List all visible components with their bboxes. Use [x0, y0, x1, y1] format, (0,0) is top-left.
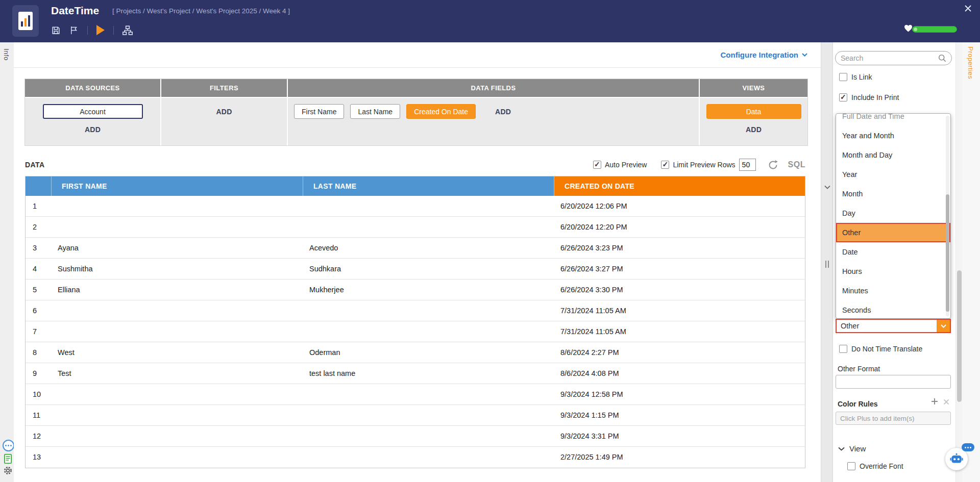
format-select[interactable]: Other	[836, 319, 951, 333]
add-field-button[interactable]: ADD	[495, 108, 511, 116]
view-data-button[interactable]: Data	[706, 104, 801, 119]
table-row[interactable]: 8WestOderman8/6/2024 2:27 PM	[26, 342, 805, 363]
first-name-header[interactable]: FIRST NAME	[52, 176, 303, 196]
cell-row-number: 10	[26, 384, 52, 404]
cell-first-name	[52, 447, 303, 468]
dropdown-item[interactable]: Hours	[836, 262, 950, 281]
cell-first-name	[52, 321, 303, 342]
settings-gear-icon[interactable]	[3, 466, 13, 475]
dropdown-item[interactable]: Date	[836, 242, 950, 262]
dropdown-item[interactable]: Minutes	[836, 281, 950, 300]
is-link-checkbox[interactable]	[839, 73, 847, 81]
created-on-date-header[interactable]: CREATED ON DATE	[554, 176, 805, 196]
cell-first-name: Test	[52, 363, 303, 384]
last-name-header[interactable]: LAST NAME	[303, 176, 554, 196]
cell-row-number: 6	[26, 300, 52, 321]
dropdown-item[interactable]: Seconds	[836, 300, 950, 319]
config-grid: DATA SOURCES FILTERS DATA FIELDS VIEWS A…	[25, 79, 807, 145]
add-data-source-button[interactable]: ADD	[85, 125, 101, 134]
cell-last-name	[303, 321, 554, 342]
dropdown-scrollbar-thumb[interactable]	[946, 194, 949, 312]
run-play-icon[interactable]	[96, 25, 105, 35]
search-input[interactable]	[841, 54, 938, 62]
dropdown-item[interactable]: Year	[836, 165, 950, 184]
flag-icon[interactable]	[69, 26, 79, 35]
table-row[interactable]: 16/20/2024 12:06 PM	[26, 196, 805, 217]
add-filter-button[interactable]: ADD	[216, 108, 232, 116]
override-font-label: Override Font	[860, 462, 903, 470]
cell-row-number: 5	[26, 280, 52, 300]
table-row[interactable]: 132/27/2025 1:49 PM	[26, 447, 805, 468]
refresh-icon[interactable]	[768, 160, 778, 170]
add-color-rule-icon[interactable]	[931, 398, 938, 405]
add-view-button[interactable]: ADD	[746, 125, 762, 134]
search-icon[interactable]	[938, 54, 946, 62]
views-cell: Data ADD	[700, 98, 807, 145]
dropdown-item[interactable]: Month	[836, 184, 950, 204]
field-chip-last-name[interactable]: Last Name	[350, 104, 400, 119]
table-header-row: FIRST NAME LAST NAME CREATED ON DATE	[26, 176, 805, 196]
table-row[interactable]: 9Testtest last name8/6/2024 4:08 PM	[26, 363, 805, 384]
section-chevron-icon[interactable]	[824, 185, 830, 189]
cell-last-name: test last name	[303, 363, 554, 384]
cell-first-name	[52, 384, 303, 404]
column-header-filters: FILTERS	[161, 79, 288, 98]
limit-preview-checkbox[interactable]	[661, 161, 669, 169]
cell-created-on-date: 6/26/2024 3:27 PM	[554, 259, 805, 279]
table-row[interactable]: 109/3/2024 12:58 PM	[26, 384, 805, 405]
limit-rows-input[interactable]	[739, 159, 756, 171]
cell-last-name	[303, 196, 554, 216]
remove-color-rule-icon[interactable]	[943, 399, 949, 405]
override-font-checkbox[interactable]	[847, 462, 855, 470]
toolbar-divider	[87, 26, 88, 35]
cell-created-on-date: 6/26/2024 3:23 PM	[554, 238, 805, 258]
cell-last-name: Oderman	[303, 342, 554, 363]
chat-bubble-icon[interactable]	[3, 440, 14, 451]
assistant-chat-bubble-icon[interactable]	[962, 443, 974, 451]
heart-icon[interactable]	[904, 24, 913, 32]
table-row[interactable]: 67/31/2024 11:05 AM	[26, 300, 805, 321]
save-icon[interactable]	[51, 26, 61, 35]
do-not-time-translate-checkbox[interactable]	[839, 345, 847, 353]
panel-scrollbar-track	[955, 42, 962, 482]
include-in-print-checkbox[interactable]	[839, 93, 847, 102]
close-icon[interactable]	[964, 5, 972, 12]
table-row[interactable]: 5EllianaMukherjee6/26/2024 3:30 PM	[26, 280, 805, 300]
panel-resize-handle[interactable]	[825, 261, 829, 268]
configure-integration-link[interactable]: Configure Integration	[721, 50, 808, 59]
tab-properties[interactable]: Properties	[967, 46, 974, 79]
auto-preview-checkbox[interactable]	[593, 161, 601, 169]
dropdown-item[interactable]: Day	[836, 204, 950, 223]
do-not-time-translate-row: Do Not Time Translate	[839, 345, 922, 353]
table-row[interactable]: 77/31/2024 11:05 AM	[26, 321, 805, 342]
data-table-body: 16/20/2024 12:06 PM26/20/2024 12:20 PM3A…	[26, 196, 805, 468]
green-document-icon[interactable]	[4, 454, 12, 464]
auto-preview-label: Auto Preview	[605, 161, 647, 169]
table-row[interactable]: 4SushmithaSudhkara6/26/2024 3:27 PM	[26, 259, 805, 280]
color-rules-input[interactable]	[836, 412, 951, 425]
account-source-button[interactable]: Account	[43, 104, 143, 119]
dropdown-item[interactable]: Other	[836, 223, 950, 242]
field-chip-created-on-date[interactable]: Created On Date	[406, 104, 476, 119]
dropdown-item[interactable]: Month and Day	[836, 145, 950, 165]
table-row[interactable]: 119/3/2024 1:15 PM	[26, 405, 805, 426]
panel-scrollbar-thumb[interactable]	[957, 270, 962, 402]
table-row[interactable]: 129/3/2024 3:31 PM	[26, 426, 805, 447]
dropdown-item[interactable]: Year and Month	[836, 126, 950, 145]
view-section-header[interactable]: View	[838, 444, 866, 453]
dropdown-item[interactable]: Full Date and Time	[836, 113, 950, 126]
other-format-input[interactable]	[836, 375, 951, 389]
table-row[interactable]: 26/20/2024 12:20 PM	[26, 217, 805, 238]
cell-row-number: 12	[26, 426, 52, 446]
cell-first-name: Sushmitha	[52, 259, 303, 279]
sitemap-icon[interactable]	[122, 26, 133, 35]
field-chip-first-name[interactable]: First Name	[294, 104, 344, 119]
format-select-chevron-button[interactable]	[937, 320, 950, 332]
format-select-value: Other	[837, 322, 937, 330]
table-row[interactable]: 3AyanaAcevedo6/26/2024 3:23 PM	[26, 238, 805, 259]
cell-first-name	[52, 300, 303, 321]
tab-info[interactable]: Info	[3, 48, 10, 61]
cell-created-on-date: 7/31/2024 11:05 AM	[554, 300, 805, 321]
sql-button[interactable]: SQL	[788, 160, 805, 169]
cell-row-number: 3	[26, 238, 52, 258]
